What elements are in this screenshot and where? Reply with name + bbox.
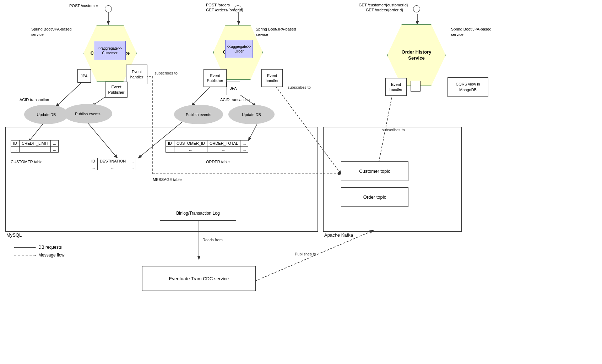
svg-text:Publishes to: Publishes to [295, 252, 316, 256]
message-table-row-id: ... [89, 164, 98, 170]
customer-service-type-label: Spring Boot/JPA-basedservice [31, 27, 72, 38]
order-event-handler-box: Eventhandler [261, 69, 283, 87]
order-table-header-dots: ... [240, 140, 248, 147]
order-jpa-box: JPA [227, 82, 240, 95]
customer-event-publisher-box: EventPublisher [105, 82, 128, 98]
message-table-header-dest: DESTINATION [98, 158, 128, 164]
svg-text:Reads from: Reads from [202, 238, 223, 242]
customer-table-row-dots: ... [51, 147, 59, 153]
svg-line-3 [56, 80, 85, 106]
diagram-container: subscribes to subscribes to subscribes t… [0, 0, 602, 364]
customer-api-label: POST /customer [69, 4, 98, 8]
customer-event-handler-box: Eventhandler [126, 65, 147, 84]
mysql-label: MySQL [6, 232, 22, 238]
order-history-event-handler-box: Eventhandler [385, 78, 407, 96]
order-aggregate-box: <<aggregate>>Order [225, 40, 253, 58]
svg-text:subscribes to: subscribes to [154, 71, 178, 75]
customer-update-db-ellipse: Update DB [24, 105, 69, 124]
order-table: ID CUSTOMER_ID ORDER_TOTAL ... ... ... .… [166, 140, 248, 153]
legend-db-requests-label: DB requests [38, 245, 62, 250]
message-table-header-id: ID [89, 158, 98, 164]
order-api-label1: POST /orders [206, 3, 230, 7]
legend-message-flow-label: Message flow [38, 253, 64, 258]
message-table: ID DESTINATION ... ... ... ... [89, 158, 136, 170]
order-table-header-id: ID [166, 140, 174, 147]
customer-aggregate-box: <<aggregate>>Customer [94, 41, 126, 60]
order-history-api-label1: GET /customer/{customerId} [359, 3, 408, 7]
order-table-row-cid: ... [174, 147, 207, 153]
order-history-small-box [411, 81, 421, 92]
customer-acid-label: ACID transaction [20, 98, 49, 102]
svg-text:subscribes to: subscribes to [288, 85, 311, 89]
cqrs-view-box: CQRS view inMongoDB [448, 77, 488, 97]
customer-table-row-credit: ... [20, 147, 51, 153]
customer-jpa-box: JPA [77, 69, 91, 83]
legend: → DB requests → Message flow [14, 245, 64, 258]
order-table-row-total: ... [207, 147, 240, 153]
customer-table-header-credit: CREDIT_LIMIT [20, 140, 51, 147]
customer-table-header-dots: ... [51, 140, 59, 147]
order-publish-events-ellipse: Publish events [174, 105, 223, 124]
message-table-header-dots: ... [128, 158, 136, 164]
order-history-type-label: Spring Boot/JPA-basedservice [451, 27, 492, 38]
message-table-label: MESSAGE table [153, 177, 181, 182]
message-table-row-dots: ... [128, 164, 136, 170]
svg-line-21 [249, 231, 373, 284]
customer-publish-events-ellipse: Publish events [63, 104, 112, 123]
customer-table-header-id: ID [11, 140, 20, 147]
order-history-hex-wrapper: Order History Service [387, 24, 446, 86]
order-history-api-label2: GET /orders/{orderId} [366, 8, 403, 12]
order-update-db-ellipse: Update DB [228, 105, 275, 124]
order-table-header-total: ORDER_TOTAL [207, 140, 240, 147]
message-table-row-dest: ... [98, 164, 128, 170]
customer-table-row-id: ... [11, 147, 20, 153]
order-acid-label: ACID transaction [220, 98, 250, 102]
kafka-label: Apache Kafka [324, 232, 353, 238]
order-history-hex: Order History Service [387, 24, 446, 86]
order-event-publisher-box: EventPublisher [204, 69, 227, 87]
order-history-api-circle [413, 5, 420, 12]
customer-topic-box: Customer topic [341, 161, 408, 181]
eventuate-box: Eventuate Tram CDC service [142, 266, 256, 291]
customer-table-label: CUSTOMER table [11, 160, 43, 164]
order-table-header-cid: CUSTOMER_ID [174, 140, 207, 147]
customer-api-circle [105, 5, 112, 12]
binlog-box: Binlog/Transaction Log [160, 206, 236, 221]
order-api-label2: GET /orders/{orderId} [206, 8, 243, 12]
order-table-row-dots: ... [240, 147, 248, 153]
order-table-label: ORDER table [206, 160, 230, 164]
customer-table: ID CREDIT_LIMIT ... ... ... ... [11, 140, 59, 153]
order-table-row-id: ... [166, 147, 174, 153]
order-topic-box: Order topic [341, 187, 408, 207]
